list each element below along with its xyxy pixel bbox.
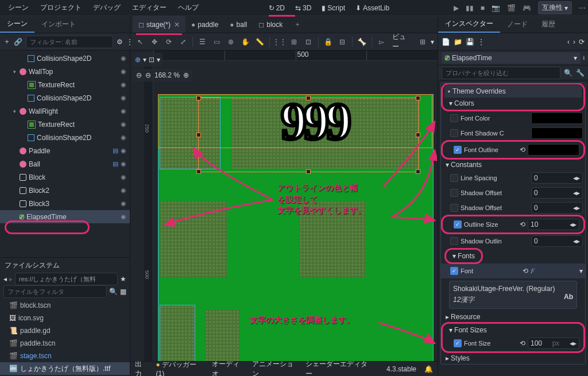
shadow-outline-value[interactable]: 0◂▸ bbox=[531, 235, 583, 247]
play-scene-button[interactable]: 🎬 bbox=[507, 4, 516, 12]
visibility-icon[interactable]: ◉ bbox=[121, 160, 126, 168]
anchor-preset-icon[interactable]: ⊞ bbox=[416, 36, 428, 48]
font-size-value[interactable]: 100px◂▸ bbox=[528, 338, 579, 349]
tree-item[interactable]: ⎚ElapsedTime◉ bbox=[0, 210, 130, 223]
file-item[interactable]: 🎬paddle.tscn bbox=[0, 337, 130, 350]
menu-help[interactable]: ヘルプ bbox=[172, 0, 204, 15]
tree-item[interactable]: CollisionShape2D◉ bbox=[0, 52, 130, 65]
tab-inspector[interactable]: インスペクター bbox=[438, 16, 500, 33]
bone-icon[interactable]: 🦴 bbox=[356, 36, 368, 48]
visibility-icon[interactable]: ◉ bbox=[121, 200, 126, 207]
favorite-icon[interactable]: ★ bbox=[120, 275, 126, 283]
rect-tool[interactable]: ▭ bbox=[211, 36, 223, 48]
tab-animation[interactable]: アニメーション bbox=[252, 359, 297, 377]
rotate-tool[interactable]: ⟳ bbox=[163, 36, 175, 48]
renderer-dropdown[interactable]: 互換性▾ bbox=[538, 1, 572, 14]
tree-item[interactable]: Ball▤◉ bbox=[0, 157, 130, 170]
font-color-check[interactable] bbox=[450, 114, 458, 122]
visibility-icon[interactable]: ◉ bbox=[121, 55, 126, 62]
snap-options-icon[interactable]: ⋮⋮ bbox=[273, 36, 286, 48]
pivot-tool[interactable]: ⊕ bbox=[225, 36, 237, 48]
visibility-icon[interactable]: ◉ bbox=[121, 94, 126, 102]
smart-snap-icon[interactable]: ⊞ bbox=[288, 36, 300, 48]
open-file-icon[interactable]: 📄 bbox=[442, 38, 450, 46]
menu-scene[interactable]: シーン bbox=[2, 0, 34, 15]
stop-button[interactable]: ■ bbox=[481, 4, 485, 12]
zoom-level[interactable]: 168.2 % bbox=[154, 71, 180, 79]
menu-debug[interactable]: デバッグ bbox=[87, 0, 126, 15]
group-colors[interactable]: ▾ Colors bbox=[444, 98, 582, 109]
font-outline-check[interactable]: ✓ bbox=[454, 146, 462, 154]
group-icon[interactable]: ⊟ bbox=[336, 36, 349, 48]
tree-item[interactable]: TextureRect◉ bbox=[0, 118, 130, 131]
tab-audio[interactable]: オーディオ bbox=[212, 359, 244, 377]
font-size-check[interactable]: ✓ bbox=[454, 339, 462, 347]
pause-button[interactable]: ▮▮ bbox=[466, 4, 474, 12]
tree-item[interactable]: Block2◉ bbox=[0, 184, 130, 197]
notification-icon[interactable]: 🔔 bbox=[424, 365, 433, 373]
view-menu[interactable]: ビュー bbox=[392, 32, 412, 52]
font-outline-swatch[interactable] bbox=[528, 144, 579, 156]
file-item[interactable]: 🎬block.tscn bbox=[0, 299, 130, 312]
group-constants[interactable]: ▾ Constants bbox=[441, 159, 585, 170]
scene-tab[interactable]: ●ball bbox=[224, 16, 253, 33]
play-button[interactable]: ▶ bbox=[454, 4, 459, 12]
select-tool[interactable]: ↖ bbox=[134, 36, 146, 48]
menu-project[interactable]: プロジェクト bbox=[34, 0, 87, 15]
pan-tool[interactable]: ✋ bbox=[239, 36, 252, 48]
zoom-in-icon[interactable]: ⊕ bbox=[183, 71, 189, 79]
visibility-icon[interactable]: ◉ bbox=[121, 173, 126, 181]
group-styles[interactable]: ▸ Styles bbox=[441, 352, 585, 364]
group-theme-overrides[interactable]: ▾Theme Overrides bbox=[444, 85, 582, 98]
scene-filter-input[interactable] bbox=[26, 36, 113, 48]
override-camera-icon[interactable]: ▻ bbox=[376, 36, 388, 48]
scale-tool[interactable]: ⤢ bbox=[177, 36, 189, 48]
property-filter-input[interactable] bbox=[442, 67, 560, 79]
prev-icon[interactable]: ‹ bbox=[567, 38, 570, 46]
dropdown-icon[interactable]: ▾ bbox=[143, 56, 146, 64]
tab-node[interactable]: ノード bbox=[500, 16, 535, 33]
tab-import[interactable]: インポート bbox=[34, 16, 83, 33]
visibility-icon[interactable]: ◉ bbox=[121, 107, 126, 115]
visibility-icon[interactable]: ◉ bbox=[121, 187, 126, 194]
line-spacing-value[interactable]: 0◂▸ bbox=[531, 172, 583, 184]
lock-icon[interactable]: 🔒 bbox=[322, 36, 334, 48]
tree-item[interactable]: Block3◉ bbox=[0, 197, 130, 210]
path-input[interactable] bbox=[15, 273, 118, 285]
visibility-icon[interactable]: ◉ bbox=[121, 121, 126, 128]
shadow-y-value[interactable]: 0◂▸ bbox=[531, 202, 583, 214]
nav-back-icon[interactable]: ◂ bbox=[3, 275, 7, 283]
revert-icon[interactable]: ⟲ bbox=[523, 267, 528, 275]
workspace-3d[interactable]: ⇆3D bbox=[295, 4, 311, 12]
revert-icon[interactable]: ⟲ bbox=[520, 339, 525, 347]
menu-editor[interactable]: エディター bbox=[126, 0, 172, 15]
tool-icon[interactable]: 🔧 bbox=[576, 69, 585, 77]
search-icon[interactable]: 🔍 bbox=[564, 69, 572, 77]
close-icon[interactable]: ✕ bbox=[174, 21, 180, 29]
snap-icon[interactable]: ⊡ bbox=[149, 56, 154, 64]
group-fonts[interactable]: ▾ Fonts bbox=[448, 250, 479, 262]
viewport[interactable]: ⊕ ▾ ⊡ ▾ ⊖ ⊖ 168.2 % ⊕ 500 250 500 bbox=[130, 51, 438, 361]
font-type-icon[interactable]: 𝐹 bbox=[531, 267, 535, 275]
tree-item[interactable]: Block◉ bbox=[0, 170, 130, 184]
file-filter-input[interactable] bbox=[3, 285, 107, 298]
shadow-y-check[interactable] bbox=[450, 204, 458, 212]
scene-tab[interactable]: ◻stage(*)✕ bbox=[133, 16, 185, 33]
font-shadow-check[interactable] bbox=[450, 129, 458, 137]
file-item[interactable]: 🎬stage.tscn bbox=[0, 350, 130, 362]
tab-history[interactable]: 履歴 bbox=[535, 16, 562, 33]
tab-output[interactable]: 出力 bbox=[135, 359, 148, 377]
tab-debugger[interactable]: ● デバッガー (1) bbox=[156, 360, 204, 376]
next-icon[interactable]: › bbox=[573, 38, 575, 46]
scene-tab[interactable]: ◻block bbox=[253, 16, 288, 33]
tree-item[interactable]: CollisionShape2D◉ bbox=[0, 91, 130, 104]
file-item[interactable]: 📜paddle.gd bbox=[0, 324, 130, 337]
visibility-icon[interactable]: ◉ bbox=[121, 81, 126, 88]
doc-icon[interactable]: ℹ bbox=[583, 55, 585, 61]
tree-item[interactable]: ▾WallRight◉ bbox=[0, 104, 130, 118]
filter-icon[interactable]: ⚙ bbox=[117, 38, 123, 46]
visibility-icon[interactable]: ◉ bbox=[121, 134, 126, 141]
visibility-icon[interactable]: ◉ bbox=[121, 147, 126, 154]
more-icon[interactable]: ⋮ bbox=[478, 38, 485, 46]
ruler-tool[interactable]: 📏 bbox=[254, 36, 266, 48]
